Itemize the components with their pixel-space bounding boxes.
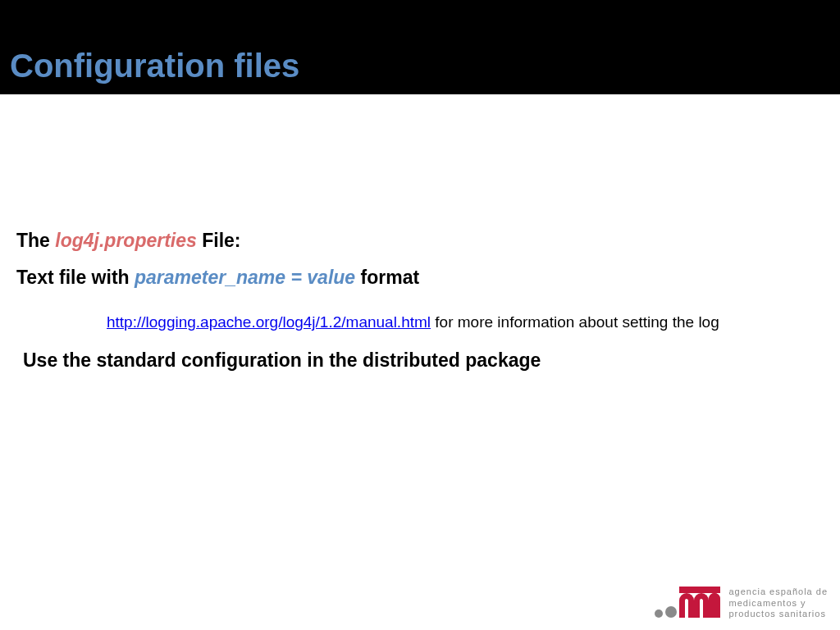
line-manual-link: http://logging.apache.org/log4j/1.2/manu… <box>107 313 824 331</box>
line-use-standard-config: Use the standard configuration in the di… <box>23 349 824 372</box>
line-text-file-format: Text file with parameter_name = value fo… <box>16 267 824 289</box>
logo-text-line3: productos sanitarios <box>728 609 828 620</box>
footer-logo: agencia española de medicamentos y produ… <box>655 587 828 620</box>
text-log4j-properties: log4j.properties <box>55 230 197 251</box>
text-the: The <box>16 230 55 251</box>
text-parameter-name-value: parameter_name = value <box>135 267 355 288</box>
aemps-logo-icon <box>655 588 720 618</box>
slide-title: Configuration files <box>10 48 299 84</box>
logo-text-line1: agencia española de <box>728 587 828 598</box>
logo-text-line2: medicamentos y <box>728 598 828 609</box>
line-log4j-file: The log4j.properties File: <box>16 230 824 252</box>
text-file: File: <box>197 230 241 251</box>
text-more-info: for more information about setting the l… <box>431 313 719 331</box>
slide-header: Configuration files <box>0 0 840 94</box>
text-format: format <box>355 267 419 288</box>
aemps-logo-text: agencia española de medicamentos y produ… <box>728 587 828 620</box>
slide-body: The log4j.properties File: Text file wit… <box>0 94 840 372</box>
log4j-manual-link[interactable]: http://logging.apache.org/log4j/1.2/manu… <box>107 313 431 331</box>
text-textfile-with: Text file with <box>16 267 135 288</box>
